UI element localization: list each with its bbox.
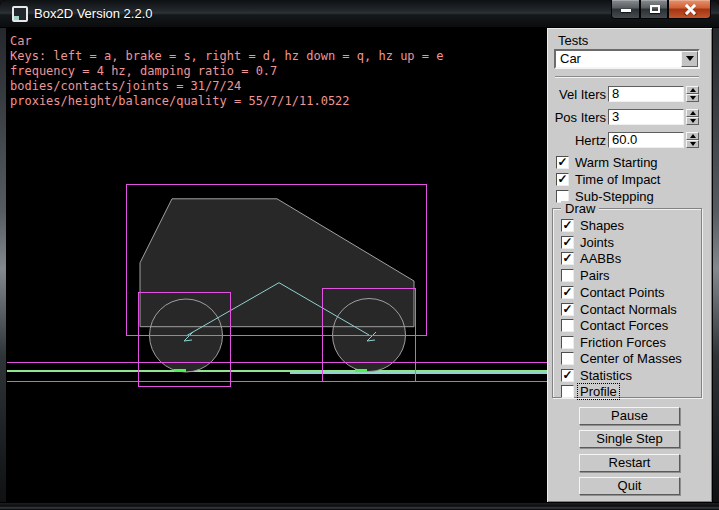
app-window: Box2D Version 2.2.0 [0,0,719,510]
checkbox-label: Contact Normals [580,302,677,317]
window-controls [611,0,711,19]
maximize-button[interactable] [640,0,668,19]
checkbox-box[interactable] [561,336,574,349]
vel-iters-label: Vel Iters [554,87,606,102]
contact-point-front [355,369,367,372]
checkbox-label: Warm Starting [575,155,658,170]
checkbox-label: Contact Points [580,285,665,300]
vel-iters-stepper[interactable] [686,86,699,102]
frequency-text: frequency = 4 hz, damping ratio = 0.7 [10,64,277,78]
checkbox-label: Center of Masses [580,351,682,366]
checkbox-box[interactable]: ✓ [561,303,574,316]
single-step-button[interactable]: Single Step [579,430,680,448]
debug-draw: Car Keys: left = a, brake = s, right = d… [7,28,547,502]
spinner-down-button[interactable] [686,117,699,125]
control-panel: Tests Car Vel Iters 8 Pos Iters 3 Hertz … [547,28,712,502]
checkbox-box[interactable] [561,352,574,365]
spinner-up-button[interactable] [686,132,699,140]
checkbox-label: Time of Impact [575,172,660,187]
triangle-down-icon [690,142,696,146]
checkbox-label: Statistics [580,368,632,383]
pos-iters-input[interactable]: 3 [608,109,684,125]
close-icon [685,4,696,15]
window-border-right [712,28,719,510]
pos-iters-label: Pos Iters [554,110,606,125]
proxies-stats-text: proxies/height/balance/quality = 55/7/1/… [10,94,350,108]
restore-icon [650,5,660,13]
checkbox-label: Friction Forces [580,335,666,350]
stats-text-block: Car Keys: left = a, brake = s, right = d… [10,34,443,108]
window-title: Box2D Version 2.2.0 [34,6,153,21]
test-select-dropdown[interactable]: Car [554,49,700,69]
titlebar[interactable]: Box2D Version 2.2.0 [0,0,719,28]
checkbox-box[interactable]: ✓ [556,173,569,186]
spinner-down-button[interactable] [686,94,699,102]
checkbox-box[interactable]: ✓ [561,236,574,249]
triangle-up-icon [690,111,696,115]
draw-group-title: Draw [561,201,599,216]
triangle-up-icon [690,88,696,92]
spinner-down-button[interactable] [686,140,699,148]
checkbox-box[interactable] [561,319,574,332]
tests-label: Tests [558,33,588,48]
bodies-stats-text: bodies/contacts/joints = 31/7/24 [10,79,241,93]
checkbox-box[interactable]: ✓ [561,286,574,299]
checkbox-label: Profile [578,384,619,399]
checkbox-box[interactable]: ✓ [556,156,569,169]
window-border-left [0,28,7,510]
checkbox-label: Joints [580,235,614,250]
contact-point-rear [174,369,186,372]
checkbox-label: Pairs [580,268,610,283]
triangle-down-icon [690,96,696,100]
window-border-bottom [0,502,719,510]
simulation-viewport[interactable]: Car Keys: left = a, brake = s, right = d… [7,28,547,502]
hertz-stepper[interactable] [686,132,699,148]
checkbox-box[interactable]: ✓ [561,369,574,382]
box2d-app-icon [12,6,28,22]
checkbox-box[interactable] [561,385,574,398]
checkbox-label: Contact Forces [580,318,668,333]
checkbox-box[interactable] [561,269,574,282]
checkbox-label: Shapes [580,218,624,233]
keys-help-text: Keys: left = a, brake = s, right = d, hz… [10,49,443,63]
test-title-text: Car [10,34,32,48]
triangle-up-icon [690,134,696,138]
separator [555,76,699,78]
pause-button[interactable]: Pause [579,407,680,425]
hertz-label: Hertz [554,133,606,148]
dropdown-arrow-button[interactable] [681,51,698,67]
restart-button[interactable]: Restart [579,454,680,472]
checkbox-box[interactable]: ✓ [561,219,574,232]
minimize-button[interactable] [611,0,640,19]
hertz-input[interactable]: 60.0 [608,132,684,148]
minimize-icon [621,9,631,12]
pos-iters-stepper[interactable] [686,109,699,125]
vel-iters-input[interactable]: 8 [608,86,684,102]
spinner-up-button[interactable] [686,86,699,94]
checkbox-box[interactable]: ✓ [561,252,574,265]
quit-button[interactable]: Quit [579,477,680,495]
test-selected-value: Car [560,51,581,67]
triangle-down-icon [690,119,696,123]
spinner-up-button[interactable] [686,109,699,117]
checkbox-label: AABBs [580,251,621,266]
chevron-down-icon [686,56,694,61]
close-button[interactable] [668,0,711,19]
